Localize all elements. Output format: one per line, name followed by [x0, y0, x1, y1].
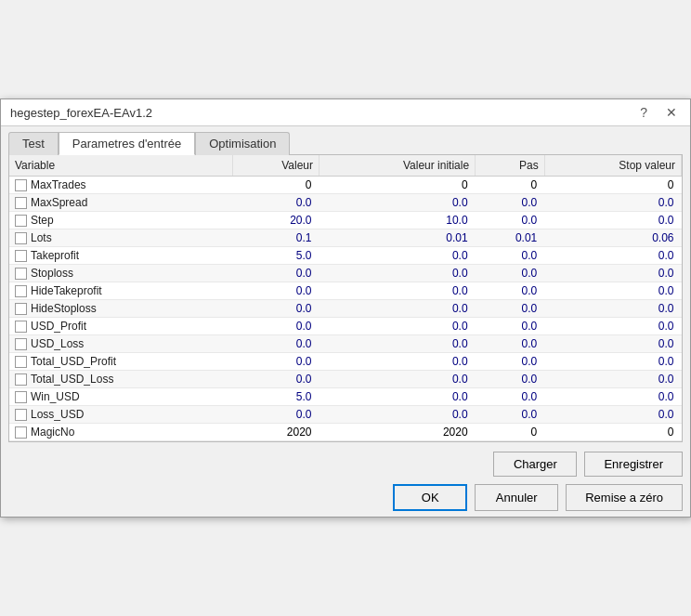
- cell-initiale[interactable]: 0.0: [319, 371, 475, 388]
- cell-valeur[interactable]: 2020: [232, 424, 319, 441]
- cell-stop[interactable]: 0: [544, 177, 681, 194]
- cell-initiale[interactable]: 2020: [319, 424, 475, 441]
- variable-cell: Loss_USD: [9, 406, 232, 424]
- cell-pas[interactable]: 0.0: [476, 300, 545, 318]
- row-checkbox[interactable]: [15, 232, 27, 244]
- cell-initiale[interactable]: 0.0: [319, 335, 475, 353]
- variable-cell: Total_USD_Profit: [9, 353, 232, 371]
- table-row: HideStoploss0.00.00.00.0: [9, 300, 682, 318]
- cell-stop[interactable]: 0.0: [544, 212, 681, 229]
- row-checkbox[interactable]: [15, 250, 27, 262]
- cell-valeur[interactable]: 0.0: [232, 406, 319, 424]
- cell-initiale[interactable]: 0.01: [319, 229, 475, 247]
- cell-pas[interactable]: 0.0: [476, 318, 545, 335]
- cell-valeur[interactable]: 5.0: [232, 388, 319, 406]
- cell-stop[interactable]: 0.0: [544, 247, 681, 265]
- cell-pas[interactable]: 0: [476, 177, 545, 194]
- annuler-button[interactable]: Annuler: [475, 484, 558, 511]
- variable-cell: USD_Loss: [9, 335, 232, 353]
- cell-valeur[interactable]: 0.0: [232, 353, 319, 371]
- cell-initiale[interactable]: 0.0: [319, 194, 475, 212]
- table-row: Step20.010.00.00.0: [9, 212, 682, 229]
- cell-pas[interactable]: 0.0: [476, 282, 545, 300]
- cell-stop[interactable]: 0.0: [544, 194, 681, 212]
- cell-initiale[interactable]: 0.0: [319, 388, 475, 406]
- cell-valeur[interactable]: 0.0: [232, 194, 319, 212]
- row-checkbox[interactable]: [15, 356, 27, 368]
- table-row: USD_Profit0.00.00.00.0: [9, 318, 682, 335]
- cell-stop[interactable]: 0.0: [544, 388, 681, 406]
- cell-stop[interactable]: 0.0: [544, 300, 681, 318]
- cell-initiale[interactable]: 0.0: [319, 353, 475, 371]
- tab-parametres[interactable]: Parametres d'entrée: [59, 132, 195, 155]
- variable-name: Takeprofit: [31, 249, 79, 262]
- cell-stop[interactable]: 0.0: [544, 335, 681, 353]
- cell-initiale[interactable]: 0.0: [319, 300, 475, 318]
- row-checkbox[interactable]: [15, 409, 27, 421]
- cell-initiale[interactable]: 0.0: [319, 282, 475, 300]
- cell-initiale[interactable]: 0.0: [319, 406, 475, 424]
- row-checkbox[interactable]: [15, 268, 27, 280]
- cell-stop[interactable]: 0.0: [544, 406, 681, 424]
- cell-valeur[interactable]: 0.0: [232, 335, 319, 353]
- charger-button[interactable]: Charger: [493, 452, 577, 477]
- cell-stop[interactable]: 0.0: [544, 353, 681, 371]
- cell-initiale[interactable]: 0.0: [319, 247, 475, 265]
- ok-button[interactable]: OK: [393, 484, 467, 511]
- variable-cell: USD_Profit: [9, 318, 232, 335]
- cell-valeur[interactable]: 0.1: [232, 229, 319, 247]
- cell-valeur[interactable]: 0.0: [232, 300, 319, 318]
- cell-valeur[interactable]: 0.0: [232, 265, 319, 282]
- cell-stop[interactable]: 0.0: [544, 282, 681, 300]
- row-checkbox[interactable]: [15, 285, 27, 297]
- help-button[interactable]: ?: [636, 105, 651, 120]
- cell-initiale[interactable]: 0: [319, 177, 475, 194]
- cell-valeur[interactable]: 0.0: [232, 318, 319, 335]
- cell-stop[interactable]: 0.0: [544, 265, 681, 282]
- cell-valeur[interactable]: 5.0: [232, 247, 319, 265]
- cell-pas[interactable]: 0.0: [476, 353, 545, 371]
- variable-name: USD_Loss: [31, 337, 84, 350]
- cell-valeur[interactable]: 0.0: [232, 371, 319, 388]
- cell-valeur[interactable]: 0: [232, 177, 319, 194]
- cell-pas[interactable]: 0.0: [476, 406, 545, 424]
- cell-stop[interactable]: 0.0: [544, 371, 681, 388]
- cell-pas[interactable]: 0.01: [476, 229, 545, 247]
- table-wrapper[interactable]: Variable Valeur Valeur initiale Pas Stop…: [9, 155, 682, 441]
- cell-initiale[interactable]: 0.0: [319, 318, 475, 335]
- tab-optimisation[interactable]: Optimisation: [195, 132, 290, 155]
- variable-name: Total_USD_Loss: [31, 373, 113, 386]
- cell-pas[interactable]: 0.0: [476, 335, 545, 353]
- cell-pas[interactable]: 0.0: [476, 247, 545, 265]
- cell-pas[interactable]: 0.0: [476, 388, 545, 406]
- cell-stop[interactable]: 0: [544, 424, 681, 441]
- tab-test[interactable]: Test: [8, 132, 59, 155]
- row-checkbox[interactable]: [15, 197, 27, 209]
- row-checkbox[interactable]: [15, 179, 27, 191]
- row-checkbox[interactable]: [15, 426, 27, 439]
- cell-stop[interactable]: 0.0: [544, 318, 681, 335]
- row-checkbox[interactable]: [15, 391, 27, 403]
- close-button[interactable]: ✕: [662, 105, 681, 120]
- cell-pas[interactable]: 0.0: [476, 194, 545, 212]
- remise-button[interactable]: Remise a zéro: [566, 484, 683, 511]
- enregistrer-button[interactable]: Enregistrer: [584, 452, 683, 477]
- table-row: MaxSpread0.00.00.00.0: [9, 194, 682, 212]
- cell-valeur[interactable]: 0.0: [232, 282, 319, 300]
- row-checkbox[interactable]: [15, 374, 27, 386]
- row-checkbox[interactable]: [15, 321, 27, 333]
- cell-pas[interactable]: 0: [476, 424, 545, 441]
- variable-cell: Lots: [9, 229, 232, 247]
- cell-stop[interactable]: 0.06: [544, 229, 681, 247]
- cell-valeur[interactable]: 20.0: [232, 212, 319, 229]
- row-checkbox[interactable]: [15, 338, 27, 350]
- table-row: Loss_USD0.00.00.00.0: [9, 406, 682, 424]
- cell-initiale[interactable]: 10.0: [319, 212, 475, 229]
- cell-initiale[interactable]: 0.0: [319, 265, 475, 282]
- variable-cell: MagicNo: [9, 424, 232, 441]
- row-checkbox[interactable]: [15, 215, 27, 227]
- row-checkbox[interactable]: [15, 303, 27, 315]
- cell-pas[interactable]: 0.0: [476, 212, 545, 229]
- cell-pas[interactable]: 0.0: [476, 371, 545, 388]
- cell-pas[interactable]: 0.0: [476, 265, 545, 282]
